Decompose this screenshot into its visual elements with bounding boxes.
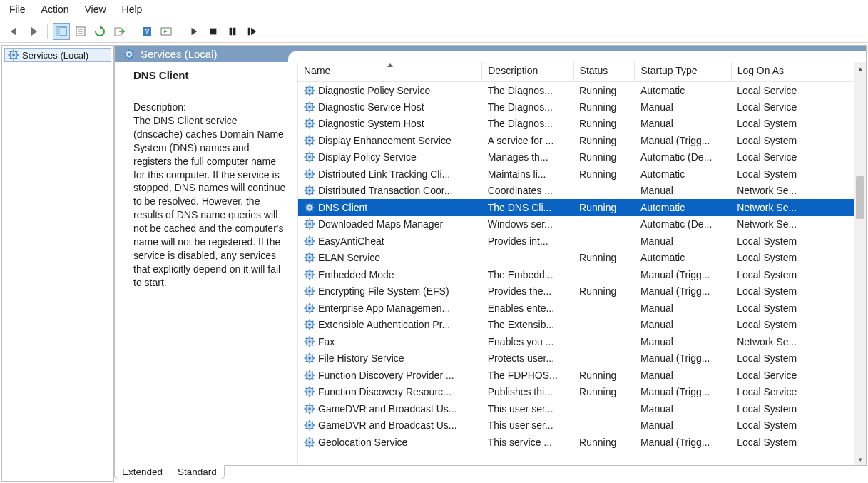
table-row[interactable]: Display Policy ServiceManages th...Runni… bbox=[298, 149, 854, 166]
service-name: ELAN Service bbox=[318, 252, 380, 263]
col-startup-type[interactable]: Startup Type bbox=[635, 62, 731, 82]
separator bbox=[133, 24, 133, 39]
service-logon-as: Local Service bbox=[731, 98, 854, 116]
service-list[interactable]: Name Description Status Startup Type Log… bbox=[298, 62, 854, 465]
table-row[interactable]: Diagnostic Policy ServiceThe Diagnos...R… bbox=[298, 82, 854, 99]
properties-button[interactable] bbox=[72, 23, 89, 40]
service-status bbox=[573, 333, 635, 350]
forward-button[interactable] bbox=[25, 23, 42, 40]
gear-icon bbox=[304, 319, 315, 330]
service-description: Manages th... bbox=[482, 149, 573, 166]
service-name: Embedded Mode bbox=[318, 269, 394, 280]
service-list-wrap: Name Description Status Startup Type Log… bbox=[298, 62, 866, 465]
svg-rect-23 bbox=[248, 28, 250, 36]
table-row[interactable]: DNS ClientThe DNS Cli...RunningAutomatic… bbox=[298, 199, 854, 216]
table-row[interactable]: EasyAntiCheatProvides int...ManualLocal … bbox=[298, 233, 854, 250]
vertical-scrollbar[interactable]: ▴ ▾ bbox=[854, 62, 866, 465]
menu-help[interactable]: Help bbox=[122, 4, 143, 15]
col-status[interactable]: Status bbox=[573, 62, 635, 82]
service-logon-as: Local Service bbox=[731, 82, 854, 99]
table-row[interactable]: Function Discovery Resourc...Publishes t… bbox=[298, 384, 854, 401]
col-name[interactable]: Name bbox=[298, 62, 482, 82]
console-tree[interactable]: Services (Local) bbox=[1, 45, 114, 482]
back-button[interactable] bbox=[6, 23, 23, 40]
menu-action[interactable]: Action bbox=[41, 4, 69, 15]
service-status bbox=[573, 417, 635, 434]
table-row[interactable]: File History ServiceProtects user...Manu… bbox=[298, 350, 854, 367]
service-status: Running bbox=[573, 434, 635, 451]
col-description[interactable]: Description bbox=[482, 62, 573, 82]
table-row[interactable]: FaxEnables you ...ManualNetwork Se... bbox=[298, 333, 854, 350]
service-description: The Diagnos... bbox=[482, 82, 573, 99]
tree-item-services-local[interactable]: Services (Local) bbox=[4, 48, 111, 62]
table-row[interactable]: Geolocation ServiceThis service ...Runni… bbox=[298, 434, 854, 451]
table-row[interactable]: Distributed Transaction Coor...Coordinat… bbox=[298, 183, 854, 200]
service-startup-type: Manual bbox=[635, 333, 731, 350]
service-description: The Extensib... bbox=[482, 317, 573, 334]
scroll-thumb[interactable] bbox=[856, 176, 864, 219]
help-button[interactable]: ? bbox=[138, 23, 155, 40]
service-startup-type: Manual bbox=[635, 116, 731, 133]
show-hide-tree-button[interactable] bbox=[53, 23, 70, 40]
col-log-on-as[interactable]: Log On As bbox=[731, 62, 854, 82]
service-description: The FDPHOS... bbox=[482, 367, 573, 384]
service-startup-type: Manual bbox=[635, 233, 731, 250]
gear-icon bbox=[304, 185, 315, 196]
table-row[interactable]: Encrypting File System (EFS)Provides the… bbox=[298, 283, 854, 300]
table-row[interactable]: Function Discovery Provider ...The FDPHO… bbox=[298, 367, 854, 384]
service-startup-type: Manual (Trigg... bbox=[635, 384, 731, 401]
export-button[interactable] bbox=[111, 23, 128, 40]
table-row[interactable]: GameDVR and Broadcast Us...This user ser… bbox=[298, 400, 854, 417]
service-startup-type: Manual bbox=[635, 417, 731, 434]
service-startup-type: Manual bbox=[635, 400, 731, 417]
table-row[interactable]: Enterprise App Managemen...Enables ente.… bbox=[298, 300, 854, 317]
gear-icon bbox=[304, 420, 315, 431]
table-row[interactable]: Extensible Authentication Pr...The Exten… bbox=[298, 317, 854, 334]
gear-icon bbox=[8, 49, 19, 61]
service-description: Provides int... bbox=[482, 233, 573, 250]
table-row[interactable]: Diagnostic System HostThe Diagnos...Runn… bbox=[298, 116, 854, 133]
description-text: The DNS Client service (dnscache) caches… bbox=[133, 114, 289, 290]
restart-service-button[interactable] bbox=[243, 23, 260, 40]
service-name: File History Service bbox=[318, 352, 404, 364]
table-row[interactable]: Embedded ModeThe Embedd...Manual (Trigg.… bbox=[298, 266, 854, 283]
table-row[interactable]: ELAN ServiceRunningAutomaticLocal System bbox=[298, 250, 854, 267]
service-startup-type: Manual bbox=[635, 367, 731, 384]
start-service-button[interactable] bbox=[185, 23, 203, 40]
service-startup-type: Manual (Trigg... bbox=[635, 350, 731, 367]
stop-service-button[interactable] bbox=[205, 23, 222, 40]
service-name: Fax bbox=[318, 336, 335, 347]
menu-file[interactable]: File bbox=[9, 4, 26, 15]
service-logon-as: Local System bbox=[731, 116, 854, 133]
service-logon-as: Local System bbox=[731, 350, 854, 367]
table-row[interactable]: GameDVR and Broadcast Us...This user ser… bbox=[298, 417, 854, 434]
scroll-up-icon[interactable]: ▴ bbox=[854, 62, 866, 74]
separator bbox=[47, 24, 48, 39]
tab-extended[interactable]: Extended bbox=[114, 465, 170, 479]
gear-icon bbox=[304, 285, 315, 297]
service-description: Publishes thi... bbox=[482, 384, 573, 401]
service-logon-as: Local System bbox=[731, 166, 854, 183]
table-row[interactable]: Diagnostic Service HostThe Diagnos...Run… bbox=[298, 98, 854, 116]
service-description: The Diagnos... bbox=[482, 98, 573, 116]
gear-icon bbox=[304, 135, 315, 146]
table-row[interactable]: Display Enhancement ServiceA service for… bbox=[298, 132, 854, 149]
service-status bbox=[573, 350, 635, 367]
service-logon-as: Network Se... bbox=[731, 216, 854, 233]
pause-service-button[interactable] bbox=[224, 23, 241, 40]
menu-view[interactable]: View bbox=[84, 4, 106, 15]
gear-icon bbox=[304, 101, 315, 113]
tab-standard[interactable]: Standard bbox=[170, 465, 225, 479]
action-pane-button[interactable] bbox=[158, 23, 175, 40]
scroll-down-icon[interactable]: ▾ bbox=[854, 453, 866, 465]
gear-icon bbox=[304, 336, 315, 347]
refresh-button[interactable] bbox=[91, 23, 108, 40]
service-description: Provides the... bbox=[482, 283, 573, 300]
service-description: Maintains li... bbox=[482, 166, 573, 183]
gear-icon bbox=[123, 49, 135, 60]
table-row[interactable]: Distributed Link Tracking Cli...Maintain… bbox=[298, 166, 854, 183]
pane-header: Services (Local) bbox=[115, 46, 866, 62]
service-status bbox=[573, 400, 635, 417]
table-row[interactable]: Downloaded Maps ManagerWindows ser...Aut… bbox=[298, 216, 854, 233]
gear-icon bbox=[304, 85, 315, 96]
